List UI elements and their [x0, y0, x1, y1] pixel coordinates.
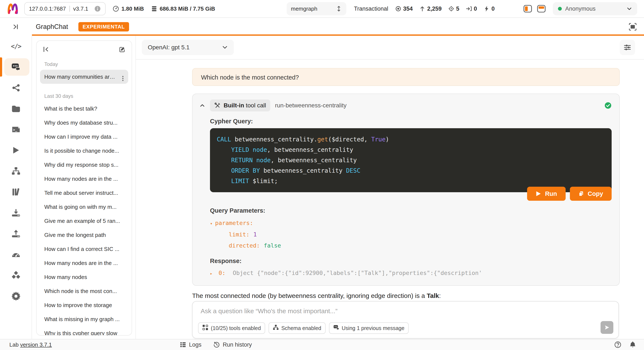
parameter-key: limit: — [229, 231, 250, 238]
question-input[interactable] — [200, 308, 593, 315]
history-item[interactable]: How can I improve my data ... — [40, 130, 128, 144]
sidebar-item-import[interactable] — [0, 202, 32, 223]
stat-inbound-connections: 0 — [466, 5, 477, 12]
code-line: RETURN node, betweenness_centrality — [217, 155, 605, 166]
history-item[interactable]: How many nodes — [40, 270, 128, 284]
code-token: DESC — [346, 167, 360, 174]
response-row[interactable]: ▸ 0: Object {"node":{"id":92900,"labels"… — [210, 268, 612, 279]
storage-usage: 686.83 MiB / 7.75 GiB — [151, 5, 215, 12]
history-item[interactable]: Why is this cypher query slow — [40, 326, 128, 336]
code-line: YIELD node, betweenness_centrality — [217, 145, 605, 155]
history-item[interactable]: Give me the longest path — [40, 228, 128, 242]
history-item[interactable]: Why did my response stop s... — [40, 158, 128, 172]
collapse-card-icon[interactable] — [199, 103, 205, 108]
section-gap — [40, 84, 128, 89]
stat-active-queries: 0 — [484, 5, 495, 12]
sidebar-item-graph-schema[interactable] — [0, 161, 32, 181]
new-chat-icon[interactable] — [119, 46, 126, 53]
user-menu[interactable]: Anonymous — [553, 2, 637, 15]
stat-value: 354 — [403, 5, 413, 12]
database-selector[interactable]: memgraph — [287, 2, 346, 15]
info-icon[interactable] — [94, 5, 101, 12]
model-selector[interactable]: OpenAI: gpt 5.1 — [142, 40, 234, 55]
parameter-row[interactable]: ▾parameters: — [210, 217, 612, 229]
success-check-icon — [604, 102, 612, 109]
code-line: CALL betweenness_centrality.get($directe… — [217, 134, 605, 145]
logs-link[interactable]: Logs — [180, 342, 202, 348]
version-link[interactable]: version 3.7.1 — [20, 342, 52, 348]
export-icon — [12, 229, 20, 238]
kebab-menu-icon[interactable] — [119, 73, 126, 80]
sidebar-item-settings[interactable] — [0, 286, 32, 307]
sidebar-item-query-modules[interactable]: >_ — [0, 119, 32, 140]
chat-settings-button[interactable] — [620, 40, 635, 55]
folder-icon — [12, 104, 20, 113]
layout-top-panel-icon[interactable] — [537, 5, 546, 13]
send-button[interactable] — [600, 321, 613, 334]
history-item[interactable]: How many communities are ... — [40, 70, 128, 84]
code-token: get — [317, 136, 328, 143]
help-icon[interactable] — [614, 341, 622, 348]
history-item[interactable]: Tell me about server instruct... — [40, 186, 128, 200]
history-item[interactable]: How many nodes are in the ... — [40, 172, 128, 186]
sidebar-item-library[interactable] — [0, 181, 32, 202]
chevron-down-icon — [626, 6, 632, 11]
notifications-bell-icon[interactable] — [629, 341, 636, 348]
sidebar-item-query-execution[interactable]: </> — [0, 36, 32, 57]
code-token: node — [256, 157, 270, 164]
cubes-icon — [12, 271, 20, 280]
db-stats: 3542,259500 — [395, 5, 495, 12]
experimental-badge: EXPERIMENTAL — [78, 22, 129, 31]
history-item[interactable]: What is going on with my m... — [40, 200, 128, 214]
status-bar: Lab version 3.7.1 Logs Run history — [0, 339, 644, 350]
sidebar-item-monitoring[interactable] — [0, 244, 32, 265]
sidebar-item-graphchat[interactable] — [0, 57, 32, 77]
sidebar-item-modules[interactable] — [0, 265, 32, 286]
topbar-right: Anonymous — [523, 2, 637, 15]
history-item[interactable]: Is it possible to change node... — [40, 144, 128, 158]
sidebar-item-export[interactable] — [0, 223, 32, 244]
svg-text:>_: >_ — [13, 128, 17, 132]
expand-sidebar-icon[interactable] — [12, 23, 20, 30]
chip-label: Using 1 previous message — [342, 325, 405, 331]
top-bar: 127.0.0.1:7687 v3.7.1 1.80 MiB 686.83 Mi… — [0, 0, 644, 18]
chat-icon — [12, 62, 20, 71]
memory-gauge-icon — [112, 5, 119, 12]
collapse-panel-icon[interactable] — [42, 46, 50, 53]
composer-chip[interactable]: Using 1 previous message — [329, 322, 409, 334]
content-area: </>>_ TodayHow many communities are ...L… — [0, 36, 644, 339]
stat-labels-count: 5 — [448, 5, 459, 12]
code-token: ($directed, — [328, 136, 371, 143]
copy-button[interactable]: Copy — [570, 187, 612, 201]
composer-chips: (10/25) tools enabledSchema enabledUsing… — [198, 322, 409, 334]
sidebar-item-streams[interactable] — [0, 140, 32, 161]
sidebar-item-collections[interactable] — [0, 98, 32, 119]
history-item[interactable]: How to improve the storage — [40, 298, 128, 312]
layout-left-panel-icon[interactable] — [523, 5, 532, 13]
history-item[interactable]: How many nodes are in the ... — [40, 256, 128, 270]
code-token: , betweenness_centrality — [267, 146, 353, 153]
composer-chip[interactable]: (10/25) tools enabled — [198, 322, 265, 334]
run-button[interactable]: Run — [527, 187, 566, 201]
run-history-link[interactable]: Run history — [214, 342, 252, 348]
nodes-count-icon — [395, 5, 402, 12]
memory-usage: 1.80 MiB — [112, 5, 144, 12]
history-item[interactable]: What is the best talk? — [40, 102, 128, 116]
composer-chip[interactable]: Schema enabled — [268, 322, 326, 334]
user-message: Which node is the most connected? — [192, 68, 620, 86]
code-actions: Run Copy — [210, 187, 612, 201]
fullscreen-icon[interactable] — [629, 23, 637, 31]
history-item[interactable]: Give me an example of 5 ran... — [40, 214, 128, 228]
tools-grid-icon — [202, 325, 208, 332]
history-item[interactable]: Which node is the most con... — [40, 284, 128, 298]
code-token — [217, 177, 231, 184]
send-icon — [604, 324, 610, 331]
history-item[interactable]: How can I find a correct SIC ... — [40, 242, 128, 256]
history-section-label: Last 30 days — [40, 89, 128, 102]
code-token — [217, 167, 231, 174]
connection-status[interactable]: 127.0.0.1:7687 v3.7.1 — [24, 2, 106, 15]
page-title: GraphChat — [36, 23, 68, 31]
history-item[interactable]: Why does my database stru... — [40, 116, 128, 130]
sidebar-item-share[interactable] — [0, 77, 32, 98]
history-item[interactable]: What is missing in my graph ... — [40, 312, 128, 326]
